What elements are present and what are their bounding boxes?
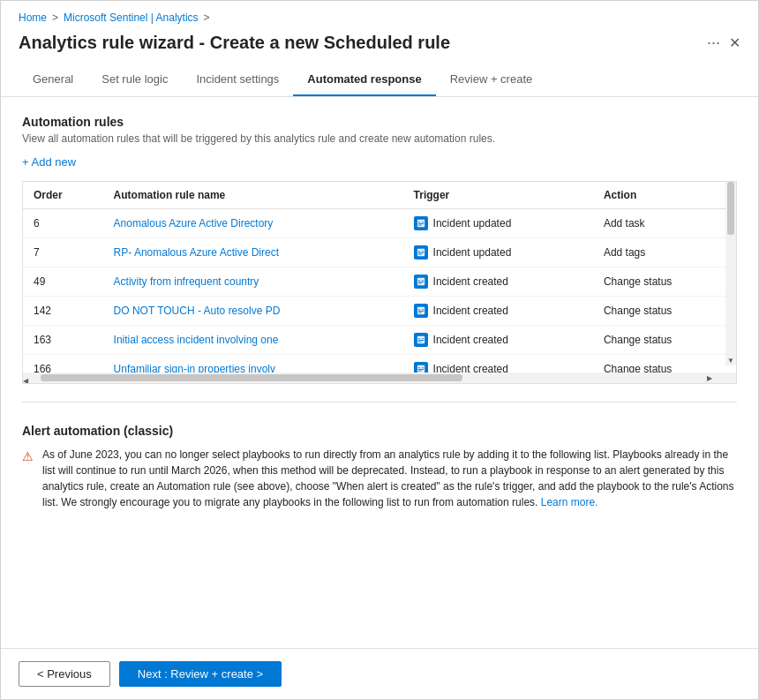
cell-name[interactable]: RP- Anomalous Azure Active Direct [103,238,403,267]
col-action: Action [593,182,736,209]
tab-bar: General Set rule logic Incident settings… [1,64,758,97]
table-row: 163 Initial access incident involving on… [23,326,736,355]
rule-name-link[interactable]: RP- Anomalous Azure Active Direct [114,246,279,259]
svg-rect-1 [417,222,420,222]
add-new-button[interactable]: + Add new [22,155,737,169]
svg-rect-23 [417,340,424,341]
scroll-corner [725,373,736,383]
trigger-icon [414,216,428,230]
cell-trigger: Incident created [403,267,593,297]
col-trigger: Trigger [403,182,593,209]
tab-general[interactable]: General [19,64,87,96]
automation-rules-table: Order Automation rule name Trigger Actio… [23,182,736,383]
rule-name-link[interactable]: Activity from infrequent country [114,275,259,288]
next-button[interactable]: Next : Review + create > [119,661,282,687]
vertical-scrollbar[interactable]: ▲ ▼ [725,182,736,365]
table-row: 6 Anomalous Azure Active Directory Incid… [23,209,736,238]
automation-rules-title: Automation rules [22,115,737,129]
trigger-icon [414,333,428,347]
svg-rect-14 [417,283,421,284]
rule-name-link[interactable]: DO NOT TOUCH - Auto resolve PD [114,305,281,317]
cell-trigger: Incident created [403,326,593,355]
automation-rules-desc: View all automation rules that will be t… [22,132,737,145]
cell-name[interactable]: Activity from infrequent country [103,267,403,297]
trigger-icon [414,275,428,289]
tab-automated-response[interactable]: Automated response [293,64,435,96]
svg-rect-8 [417,252,424,253]
svg-rect-27 [421,367,424,368]
breadcrumb-sep2: > [204,11,210,24]
cell-action: Change status [593,297,736,326]
svg-rect-22 [421,338,424,339]
learn-more-link[interactable]: Learn more. [541,496,598,508]
rule-name-link[interactable]: Initial access incident involving one [114,334,279,346]
cell-order: 142 [23,297,103,326]
svg-rect-12 [421,280,424,281]
cell-action: Add task [593,209,736,238]
tab-review-create[interactable]: Review + create [436,64,547,96]
automation-rules-table-container: Order Automation rule name Trigger Actio… [22,181,737,384]
cell-order: 49 [23,267,103,297]
breadcrumb: Home > Microsoft Sentinel | Analytics > [1,1,758,29]
cell-order: 6 [23,209,103,238]
scroll-left-arrow[interactable]: ◀ [23,377,34,384]
col-order: Order [23,182,103,209]
section-divider [22,402,737,403]
svg-rect-29 [417,371,421,372]
table-row: 142 DO NOT TOUCH - Auto resolve PD Incid… [23,297,736,326]
scrollbar-thumb-h[interactable] [41,374,462,381]
svg-rect-3 [417,223,424,224]
scroll-right-arrow[interactable]: ▶ [704,373,715,383]
rule-name-link[interactable]: Anomalous Azure Active Directory [114,217,274,230]
table-row: 7 RP- Anomalous Azure Active Direct Inci… [23,238,736,267]
svg-rect-24 [417,342,421,342]
svg-rect-9 [417,254,421,255]
svg-rect-17 [421,309,424,310]
close-icon[interactable]: ✕ [729,34,740,51]
cell-trigger: Incident created [403,297,593,326]
tab-set-rule-logic[interactable]: Set rule logic [87,64,182,96]
alert-automation-text: As of June 2023, you can no longer selec… [42,447,737,510]
breadcrumb-sep1: > [52,11,58,24]
alert-automation-section: Alert automation (classic) ⚠ As of June … [22,424,737,510]
page-title: Analytics rule wizard - Create a new Sch… [19,33,698,53]
svg-rect-18 [417,311,424,312]
svg-rect-6 [417,251,420,252]
col-name: Automation rule name [103,182,403,209]
scroll-down-arrow[interactable]: ▼ [725,355,736,365]
svg-rect-28 [417,369,424,370]
breadcrumb-home[interactable]: Home [19,11,47,24]
cell-action: Change status [593,267,736,297]
cell-trigger: Incident updated [403,238,593,267]
cell-trigger: Incident updated [403,209,593,238]
svg-rect-26 [417,367,420,368]
cell-order: 7 [23,238,103,267]
horizontal-scrollbar[interactable]: ◀ ▶ [23,373,725,383]
alert-automation-title: Alert automation (classic) [22,424,737,438]
svg-rect-4 [417,225,421,226]
cell-name[interactable]: DO NOT TOUCH - Auto resolve PD [103,297,403,326]
trigger-icon [414,245,428,260]
cell-action: Change status [593,326,736,355]
previous-button[interactable]: < Previous [19,661,110,687]
breadcrumb-sentinel[interactable]: Microsoft Sentinel | Analytics [64,11,199,24]
wizard-footer: < Previous Next : Review + create > [1,648,758,699]
svg-rect-11 [417,280,420,281]
trigger-icon [414,304,428,318]
more-options-icon[interactable]: ··· [707,34,720,52]
cell-action: Add tags [593,238,736,267]
table-row: 49 Activity from infrequent country Inci… [23,267,736,297]
svg-rect-2 [421,222,424,222]
svg-rect-7 [421,251,424,252]
cell-name[interactable]: Anomalous Azure Active Directory [103,209,403,238]
tab-incident-settings[interactable]: Incident settings [182,64,293,96]
automation-rules-section: Automation rules View all automation rul… [22,115,737,384]
cell-order: 163 [23,326,103,355]
scrollbar-thumb-v[interactable] [727,182,734,235]
svg-rect-19 [417,312,421,313]
svg-rect-16 [417,309,420,310]
svg-rect-13 [417,282,424,282]
svg-rect-21 [417,338,420,339]
warning-icon: ⚠ [22,448,34,510]
cell-name[interactable]: Initial access incident involving one [103,326,403,355]
